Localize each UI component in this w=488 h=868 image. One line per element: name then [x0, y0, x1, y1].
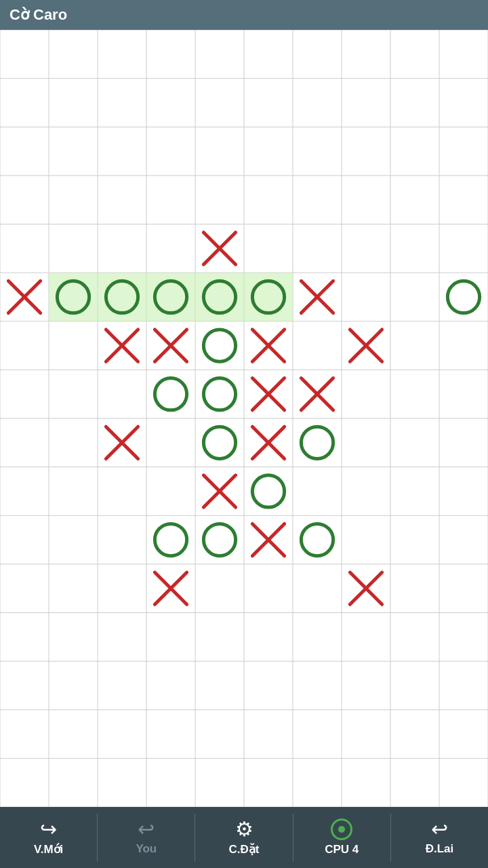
- app-header: Cờ Caro: [0, 0, 488, 30]
- dlai-label: Đ.Lai: [426, 842, 454, 856]
- cdat-label: C.Đặt: [229, 842, 260, 856]
- cdat-button[interactable]: ⚙ C.Đặt: [195, 807, 292, 868]
- vnew-button[interactable]: ↪ V.Mới: [0, 807, 97, 868]
- app-title: Cờ Caro: [9, 6, 67, 24]
- bottom-toolbar: ↪ V.Mới ↩ You ⚙ C.Đặt CPU 4 ↩ Đ.Lai: [0, 807, 488, 868]
- cpu-circle-dot: [338, 826, 345, 833]
- vnew-label: V.Mới: [34, 842, 63, 856]
- board-canvas[interactable]: [0, 30, 488, 807]
- you-icon: ↩: [138, 819, 155, 840]
- cdat-icon: ⚙: [235, 819, 253, 840]
- you-label: You: [136, 842, 157, 856]
- game-board[interactable]: [0, 30, 488, 807]
- cpu-circle-icon: [331, 818, 352, 840]
- dlai-button[interactable]: ↩ Đ.Lai: [391, 807, 488, 868]
- cpu-button[interactable]: CPU 4: [293, 807, 390, 868]
- you-button[interactable]: ↩ You: [98, 807, 195, 868]
- cpu-label: CPU 4: [325, 843, 359, 856]
- vnew-icon: ↪: [40, 819, 57, 840]
- dlai-icon: ↩: [431, 819, 448, 840]
